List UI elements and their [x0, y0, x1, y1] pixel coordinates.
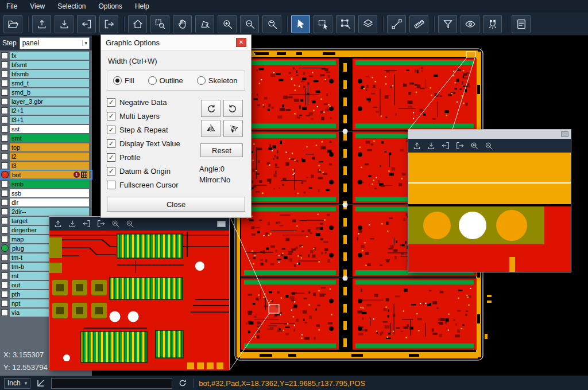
layer-color-bar[interactable]: fx — [10, 52, 89, 60]
magnifier-2-view[interactable] — [408, 153, 571, 272]
layer-checkbox[interactable] — [1, 153, 8, 160]
layer-row-fx[interactable]: fx — [0, 51, 92, 60]
checkbox-display-text-value[interactable]: ✓Display Text Value — [107, 139, 200, 148]
layer-checkbox[interactable] — [1, 291, 8, 298]
polygon-draw-button[interactable] — [195, 15, 214, 33]
snap-angle-icon[interactable] — [36, 378, 46, 388]
layer-row-ssb[interactable]: ssb — [0, 189, 92, 197]
mirror-diagonal-button[interactable] — [223, 120, 243, 137]
menu-options[interactable]: Options — [92, 1, 129, 12]
filter-funnel-button[interactable] — [438, 15, 457, 33]
layer-row-smt[interactable]: smt — [0, 134, 92, 142]
layer-checkbox[interactable] — [1, 126, 8, 132]
zoom-out-button[interactable] — [240, 15, 259, 33]
layer-color-bar[interactable]: smd_t — [10, 79, 89, 87]
layer-checkbox[interactable] — [1, 208, 8, 215]
zoom-previous-button[interactable] — [262, 15, 281, 33]
folder-open-button[interactable] — [3, 15, 22, 33]
import-up-button[interactable] — [32, 15, 51, 33]
layer-color-bar[interactable]: l3+1 — [10, 116, 89, 124]
layer-checkbox[interactable] — [1, 190, 8, 197]
layer-color-bar[interactable]: l3 — [10, 162, 89, 170]
layer-checkbox[interactable] — [1, 236, 8, 243]
window-menu-box[interactable] — [217, 221, 226, 227]
import-up-button[interactable] — [53, 219, 63, 229]
layer-color-bar[interactable]: top — [10, 143, 89, 151]
zoom-out-button[interactable] — [125, 219, 135, 229]
layer-checkbox[interactable] — [1, 217, 8, 224]
layer-color-bar[interactable]: bot1 — [10, 171, 89, 179]
rotate-cw-button[interactable] — [201, 100, 220, 117]
layer-row-bfsmb[interactable]: bfsmb — [0, 69, 92, 78]
radio-outline[interactable]: Outline — [148, 76, 183, 85]
active-layer-indicator[interactable] — [1, 171, 9, 178]
layer-checkbox[interactable] — [1, 263, 8, 270]
layer-row-smd-t[interactable]: smd_t — [0, 79, 92, 87]
layer-checkbox[interactable] — [1, 181, 8, 188]
magnifier-2-titlebar[interactable] — [408, 130, 571, 139]
dialog-close-button[interactable]: ✕ — [236, 38, 246, 47]
report-list-button[interactable] — [512, 15, 531, 33]
zoom-in-button[interactable] — [110, 219, 121, 229]
layer-color-bar[interactable]: bfsmb — [10, 70, 89, 78]
layer-row-l3[interactable]: l3 — [0, 161, 92, 170]
layer-color-bar[interactable]: bfsmt — [10, 61, 89, 69]
unit-select[interactable]: Inch ▾ — [4, 378, 30, 389]
layer-row-bfsmt[interactable]: bfsmt — [0, 60, 92, 69]
layer-checkbox[interactable] — [1, 144, 8, 151]
select-arrow-button[interactable] — [291, 15, 310, 33]
checkbox-datum-origin[interactable]: ✓Datum & Origin — [107, 167, 200, 176]
layer-color-bar[interactable]: smd_b — [10, 88, 89, 96]
export-right-button[interactable] — [455, 141, 465, 151]
zoom-region-button[interactable] — [150, 15, 169, 33]
layer-state-indicator[interactable] — [1, 244, 9, 252]
layer-color-bar[interactable]: dir — [10, 198, 89, 206]
checkbox-fullscreen-cursor[interactable]: Fullscreen Cursor — [107, 181, 200, 189]
layer-row-sst[interactable]: sst — [0, 124, 92, 133]
layer-checkbox[interactable] — [1, 107, 8, 114]
layer-color-bar[interactable]: smt — [10, 134, 89, 142]
snap-magnet-button[interactable] — [483, 15, 502, 33]
magnifier-1-view[interactable] — [49, 231, 229, 370]
menu-view[interactable]: View — [24, 1, 51, 12]
layer-row-smb[interactable]: smb — [0, 180, 92, 188]
checkbox-negative-data[interactable]: ✓Negative Data — [107, 98, 200, 107]
reset-button[interactable]: Reset — [200, 143, 243, 157]
radio-fill[interactable]: Fill — [113, 76, 134, 85]
eye-view-button[interactable] — [461, 15, 479, 33]
layer-checkbox[interactable] — [1, 80, 8, 87]
layer-color-bar[interactable]: layer_3.gbr — [10, 98, 89, 106]
layer-row-l2[interactable]: l2 — [0, 152, 92, 161]
export-left-button[interactable] — [82, 219, 92, 229]
ruler-button[interactable] — [409, 15, 428, 33]
menu-file[interactable]: File — [0, 1, 24, 12]
layer-row-l2-1[interactable]: l2+1 — [0, 106, 92, 115]
layer-checkbox[interactable] — [1, 135, 8, 142]
window-menu-box[interactable] — [561, 131, 568, 137]
import-down-button[interactable] — [55, 15, 74, 33]
layer-checkbox[interactable] — [1, 300, 8, 307]
pan-hand-button[interactable] — [173, 15, 192, 33]
apply-icon[interactable] — [177, 378, 188, 388]
layer-checkbox[interactable] — [1, 61, 8, 68]
layer-color-bar[interactable]: l2+1 — [10, 107, 89, 115]
layer-row-top[interactable]: top — [0, 143, 92, 151]
transform-select-button[interactable] — [336, 15, 355, 33]
layer-row-smd-b[interactable]: smd_b — [0, 88, 92, 96]
layer-checkbox[interactable] — [1, 254, 8, 261]
export-right-button[interactable] — [99, 15, 118, 33]
zoom-in-button[interactable] — [469, 141, 479, 151]
import-down-button[interactable] — [67, 219, 78, 229]
import-down-button[interactable] — [426, 141, 436, 151]
zoom-out-button[interactable] — [483, 141, 494, 151]
layer-row-layer-3-gbr[interactable]: layer_3.gbr — [0, 97, 92, 106]
layer-checkbox[interactable] — [1, 162, 8, 169]
radio-skeleton[interactable]: Skeleton — [197, 76, 238, 85]
layer-checkbox[interactable] — [1, 71, 8, 77]
layer-color-bar[interactable]: ssb — [10, 189, 89, 197]
step-select[interactable]: panel ▾ — [20, 37, 90, 49]
layer-row-l3-1[interactable]: l3+1 — [0, 115, 92, 124]
layer-checkbox[interactable] — [1, 309, 8, 316]
layer-row-dir[interactable]: dir — [0, 198, 92, 206]
import-up-button[interactable] — [412, 141, 422, 151]
